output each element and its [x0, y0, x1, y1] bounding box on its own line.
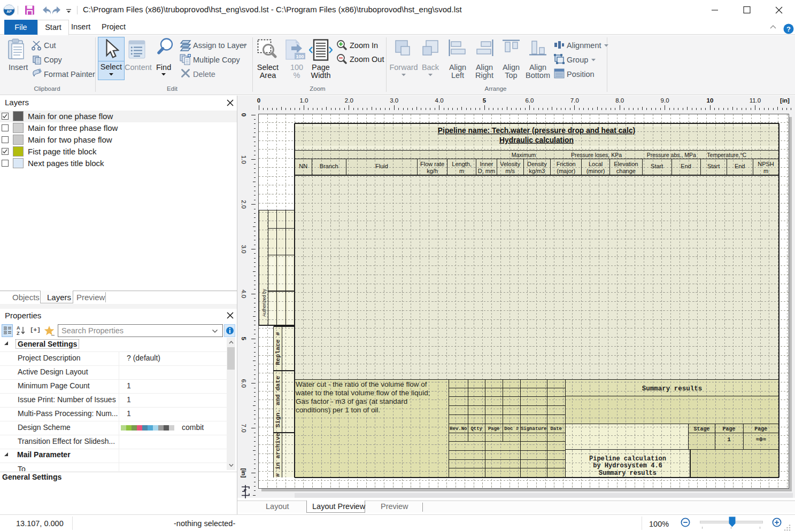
svg-text:Inner: Inner — [480, 161, 493, 167]
svg-text:9.0: 9.0 — [661, 97, 669, 104]
svg-text:2.0: 2.0 — [241, 200, 247, 209]
svg-text:A: A — [17, 325, 20, 331]
svg-text:Local: Local — [589, 161, 603, 167]
svg-text:Page: Page — [723, 426, 736, 432]
svg-text:0: 0 — [241, 113, 247, 116]
svg-text:6.0: 6.0 — [525, 97, 534, 104]
svg-text:8.0: 8.0 — [615, 97, 624, 104]
svg-text:Elevation: Elevation — [614, 161, 638, 167]
svg-text:Hydraulic calculation: Hydraulic calculation — [499, 136, 574, 144]
svg-text:Authorized by: Authorized by — [261, 288, 267, 317]
svg-text:NN: NN — [299, 163, 307, 169]
svg-text:m: m — [459, 168, 464, 174]
svg-text:Friction: Friction — [557, 161, 576, 167]
svg-text:4.0: 4.0 — [435, 97, 444, 104]
svg-text:[in]: [in] — [780, 97, 790, 104]
svg-text:Signature: Signature — [521, 426, 547, 432]
svg-text:Doc #: Doc # — [504, 426, 519, 432]
svg-text:AP: AP — [6, 10, 12, 13]
svg-text:2.0: 2.0 — [345, 97, 353, 104]
svg-text:Qtty: Qtty — [470, 426, 482, 432]
svg-text:5: 5 — [241, 337, 247, 341]
svg-text:Summary results: Summary results — [642, 385, 703, 393]
svg-text:1.0: 1.0 — [299, 97, 308, 104]
svg-text:Pressure abs., MPa: Pressure abs., MPa — [647, 152, 696, 158]
svg-text:[in]: [in] — [241, 468, 247, 478]
svg-text:(major): (major) — [557, 168, 575, 174]
svg-text:Page: Page — [488, 426, 500, 432]
svg-text:Temperature,°C: Temperature,°C — [707, 152, 746, 158]
svg-text:7.0: 7.0 — [570, 97, 579, 104]
svg-text:conditions) per 1 ton of oil.: conditions) per 1 ton of oil. — [296, 406, 380, 414]
svg-text:Pressure loses, KPa: Pressure loses, KPa — [571, 152, 622, 158]
svg-text:4.0: 4.0 — [241, 290, 247, 298]
svg-text:Pipeline name: Tech.water (pr: Pipeline name: Tech.water (pressure drop… — [438, 127, 635, 135]
svg-text:Pipeline calculation: Pipeline calculation — [589, 455, 666, 463]
svg-text:NPSH: NPSH — [758, 161, 774, 167]
svg-text:7.0: 7.0 — [241, 424, 247, 433]
svg-text:6.0: 6.0 — [241, 379, 247, 388]
svg-text:10: 10 — [707, 97, 714, 104]
svg-text:?: ? — [786, 25, 791, 33]
svg-text:0: 0 — [257, 97, 260, 104]
svg-text:1.0: 1.0 — [241, 155, 247, 164]
svg-text:100: 100 — [296, 54, 304, 59]
svg-text:End: End — [681, 163, 691, 169]
svg-text:Summary results: Summary results — [599, 470, 657, 477]
svg-text:End: End — [735, 163, 745, 169]
svg-text:Rev.No: Rev.No — [450, 426, 467, 432]
svg-text:change: change — [616, 168, 636, 174]
svg-text:Velosity: Velosity — [500, 161, 520, 167]
svg-text:Maximum: Maximum — [512, 152, 536, 158]
svg-text:m: m — [763, 168, 768, 174]
svg-text:Branch: Branch — [320, 163, 338, 169]
svg-text:kg/m3: kg/m3 — [529, 168, 545, 174]
svg-text:11.0: 11.0 — [750, 97, 761, 104]
svg-text:1: 1 — [727, 436, 731, 443]
svg-text:D, mm: D, mm — [478, 168, 495, 174]
svg-text:Z: Z — [17, 331, 20, 336]
svg-text:≈0≈: ≈0≈ — [755, 436, 766, 443]
svg-text:water to the total volume flow: water to the total volume flow of the li… — [295, 389, 430, 397]
svg-text:Start: Start — [707, 163, 720, 169]
svg-text:Page: Page — [754, 426, 767, 432]
svg-text:kg/h: kg/h — [427, 168, 438, 174]
svg-text:Date: Date — [550, 426, 562, 432]
svg-text:m/s: m/s — [505, 168, 515, 174]
svg-text:Sign. and date: Sign. and date — [274, 376, 281, 428]
svg-text:by Hydrosystem 4.6: by Hydrosystem 4.6 — [593, 462, 662, 470]
svg-text:(minor): (minor) — [586, 168, 605, 174]
svg-text:5: 5 — [483, 97, 487, 104]
svg-text:Stage: Stage — [693, 426, 709, 432]
svg-text:Density: Density — [527, 161, 547, 167]
svg-text:3.0: 3.0 — [390, 97, 398, 104]
svg-text:Flow rate: Flow rate — [420, 161, 444, 167]
svg-text:Fluid: Fluid — [375, 163, 388, 169]
svg-text:Gas factor - m3 of gas (at sta: Gas factor - m3 of gas (at standard — [296, 397, 407, 405]
svg-text:Water cut - the ratio of the v: Water cut - the ratio of the volume flow… — [296, 380, 427, 388]
svg-text:Start: Start — [651, 163, 663, 169]
svg-text:3.0: 3.0 — [241, 245, 247, 253]
svg-text:Length,: Length, — [452, 161, 472, 167]
svg-text:Replace #: Replace # — [274, 332, 281, 365]
svg-text:# in archive: # in archive — [274, 433, 281, 477]
